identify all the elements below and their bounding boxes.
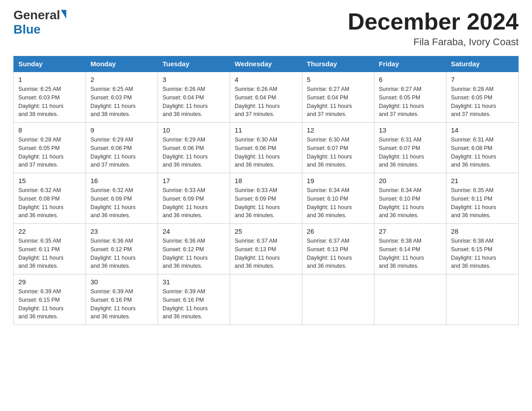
table-row: 21Sunrise: 6:35 AMSunset: 6:11 PMDayligh… — [446, 173, 519, 224]
day-number: 1 — [18, 76, 81, 83]
table-row: 28Sunrise: 6:38 AMSunset: 6:15 PMDayligh… — [446, 224, 519, 274]
col-header-monday: Monday — [86, 56, 158, 72]
day-info: Sunrise: 6:37 AMSunset: 6:13 PMDaylight:… — [307, 237, 369, 270]
day-info: Sunrise: 6:32 AMSunset: 6:08 PMDaylight:… — [18, 186, 81, 220]
day-number: 6 — [379, 76, 442, 83]
day-number: 26 — [307, 227, 369, 235]
col-header-sunday: Sunday — [14, 56, 86, 72]
day-number: 14 — [451, 126, 514, 134]
table-row: 8Sunrise: 6:28 AMSunset: 6:05 PMDaylight… — [14, 123, 86, 173]
calendar-table: Sunday Monday Tuesday Wednesday Thursday… — [13, 56, 519, 325]
table-row — [446, 274, 519, 325]
table-row: 15Sunrise: 6:32 AMSunset: 6:08 PMDayligh… — [14, 173, 86, 224]
day-number: 7 — [451, 76, 514, 83]
day-info: Sunrise: 6:37 AMSunset: 6:13 PMDaylight:… — [235, 237, 297, 270]
day-number: 5 — [307, 76, 369, 83]
logo-triangle-icon — [61, 10, 66, 19]
day-info: Sunrise: 6:33 AMSunset: 6:09 PMDaylight:… — [235, 186, 297, 220]
day-number: 2 — [90, 76, 153, 83]
day-info: Sunrise: 6:35 AMSunset: 6:11 PMDaylight:… — [451, 186, 514, 220]
day-number: 8 — [18, 126, 81, 134]
table-row: 6Sunrise: 6:27 AMSunset: 6:05 PMDaylight… — [374, 72, 446, 123]
table-row: 10Sunrise: 6:29 AMSunset: 6:06 PMDayligh… — [158, 123, 230, 173]
table-row: 12Sunrise: 6:30 AMSunset: 6:07 PMDayligh… — [302, 123, 374, 173]
day-info: Sunrise: 6:39 AMSunset: 6:15 PMDaylight:… — [18, 287, 81, 321]
table-row: 14Sunrise: 6:31 AMSunset: 6:08 PMDayligh… — [446, 123, 519, 173]
title-area: December 2024 Fila Faraba, Ivory Coast — [348, 9, 519, 48]
table-row: 16Sunrise: 6:32 AMSunset: 6:09 PMDayligh… — [86, 173, 158, 224]
day-info: Sunrise: 6:26 AMSunset: 6:04 PMDaylight:… — [235, 85, 297, 119]
table-row: 22Sunrise: 6:35 AMSunset: 6:11 PMDayligh… — [14, 224, 86, 274]
table-row: 18Sunrise: 6:33 AMSunset: 6:09 PMDayligh… — [230, 173, 302, 224]
day-info: Sunrise: 6:29 AMSunset: 6:06 PMDaylight:… — [163, 136, 225, 169]
day-info: Sunrise: 6:28 AMSunset: 6:05 PMDaylight:… — [451, 85, 514, 119]
day-info: Sunrise: 6:39 AMSunset: 6:16 PMDaylight:… — [163, 287, 225, 321]
logo: General Blue — [13, 9, 66, 37]
day-info: Sunrise: 6:31 AMSunset: 6:07 PMDaylight:… — [379, 136, 442, 169]
page-header: General Blue December 2024 Fila Faraba, … — [13, 9, 519, 48]
day-number: 3 — [163, 76, 225, 83]
day-number: 20 — [379, 177, 442, 184]
col-header-friday: Friday — [374, 56, 446, 72]
table-row: 23Sunrise: 6:36 AMSunset: 6:12 PMDayligh… — [86, 224, 158, 274]
day-info: Sunrise: 6:30 AMSunset: 6:07 PMDaylight:… — [307, 136, 369, 169]
day-info: Sunrise: 6:25 AMSunset: 6:03 PMDaylight:… — [90, 85, 153, 119]
table-row: 13Sunrise: 6:31 AMSunset: 6:07 PMDayligh… — [374, 123, 446, 173]
table-row: 1Sunrise: 6:25 AMSunset: 6:03 PMDaylight… — [14, 72, 86, 123]
col-header-saturday: Saturday — [446, 56, 519, 72]
table-row: 30Sunrise: 6:39 AMSunset: 6:16 PMDayligh… — [86, 274, 158, 325]
calendar-week-row: 29Sunrise: 6:39 AMSunset: 6:15 PMDayligh… — [14, 274, 519, 325]
table-row: 29Sunrise: 6:39 AMSunset: 6:15 PMDayligh… — [14, 274, 86, 325]
table-row: 17Sunrise: 6:33 AMSunset: 6:09 PMDayligh… — [158, 173, 230, 224]
table-row: 27Sunrise: 6:38 AMSunset: 6:14 PMDayligh… — [374, 224, 446, 274]
day-info: Sunrise: 6:32 AMSunset: 6:09 PMDaylight:… — [90, 186, 153, 220]
day-number: 28 — [451, 227, 514, 235]
day-number: 15 — [18, 177, 81, 184]
day-number: 23 — [90, 227, 153, 235]
day-number: 25 — [235, 227, 297, 235]
day-info: Sunrise: 6:27 AMSunset: 6:05 PMDaylight:… — [379, 85, 442, 119]
day-info: Sunrise: 6:30 AMSunset: 6:06 PMDaylight:… — [235, 136, 297, 169]
day-info: Sunrise: 6:34 AMSunset: 6:10 PMDaylight:… — [307, 186, 369, 220]
day-number: 31 — [163, 278, 225, 286]
table-row: 2Sunrise: 6:25 AMSunset: 6:03 PMDaylight… — [86, 72, 158, 123]
calendar-week-row: 22Sunrise: 6:35 AMSunset: 6:11 PMDayligh… — [14, 224, 519, 274]
col-header-tuesday: Tuesday — [158, 56, 230, 72]
table-row: 4Sunrise: 6:26 AMSunset: 6:04 PMDaylight… — [230, 72, 302, 123]
day-info: Sunrise: 6:35 AMSunset: 6:11 PMDaylight:… — [18, 237, 81, 270]
day-info: Sunrise: 6:25 AMSunset: 6:03 PMDaylight:… — [18, 85, 81, 119]
table-row: 25Sunrise: 6:37 AMSunset: 6:13 PMDayligh… — [230, 224, 302, 274]
day-number: 19 — [307, 177, 369, 184]
day-info: Sunrise: 6:38 AMSunset: 6:14 PMDaylight:… — [379, 237, 442, 270]
day-number: 30 — [90, 278, 153, 286]
day-number: 22 — [18, 227, 81, 235]
table-row: 20Sunrise: 6:34 AMSunset: 6:10 PMDayligh… — [374, 173, 446, 224]
day-number: 10 — [163, 126, 225, 134]
day-number: 16 — [90, 177, 153, 184]
day-number: 13 — [379, 126, 442, 134]
col-header-thursday: Thursday — [302, 56, 374, 72]
table-row: 3Sunrise: 6:26 AMSunset: 6:04 PMDaylight… — [158, 72, 230, 123]
table-row: 19Sunrise: 6:34 AMSunset: 6:10 PMDayligh… — [302, 173, 374, 224]
table-row: 31Sunrise: 6:39 AMSunset: 6:16 PMDayligh… — [158, 274, 230, 325]
day-number: 11 — [235, 126, 297, 134]
day-info: Sunrise: 6:33 AMSunset: 6:09 PMDaylight:… — [163, 186, 225, 220]
table-row: 5Sunrise: 6:27 AMSunset: 6:04 PMDaylight… — [302, 72, 374, 123]
day-info: Sunrise: 6:34 AMSunset: 6:10 PMDaylight:… — [379, 186, 442, 220]
table-row: 26Sunrise: 6:37 AMSunset: 6:13 PMDayligh… — [302, 224, 374, 274]
calendar-week-row: 1Sunrise: 6:25 AMSunset: 6:03 PMDaylight… — [14, 72, 519, 123]
table-row — [230, 274, 302, 325]
month-title: December 2024 — [348, 9, 519, 34]
day-info: Sunrise: 6:36 AMSunset: 6:12 PMDaylight:… — [90, 237, 153, 270]
day-info: Sunrise: 6:27 AMSunset: 6:04 PMDaylight:… — [307, 85, 369, 119]
day-info: Sunrise: 6:39 AMSunset: 6:16 PMDaylight:… — [90, 287, 153, 321]
day-number: 18 — [235, 177, 297, 184]
day-number: 27 — [379, 227, 442, 235]
calendar-week-row: 15Sunrise: 6:32 AMSunset: 6:08 PMDayligh… — [14, 173, 519, 224]
day-number: 24 — [163, 227, 225, 235]
day-info: Sunrise: 6:29 AMSunset: 6:06 PMDaylight:… — [90, 136, 153, 169]
table-row: 9Sunrise: 6:29 AMSunset: 6:06 PMDaylight… — [86, 123, 158, 173]
table-row — [302, 274, 374, 325]
logo-blue-text: Blue — [13, 22, 41, 37]
calendar-header-row: Sunday Monday Tuesday Wednesday Thursday… — [14, 56, 519, 72]
